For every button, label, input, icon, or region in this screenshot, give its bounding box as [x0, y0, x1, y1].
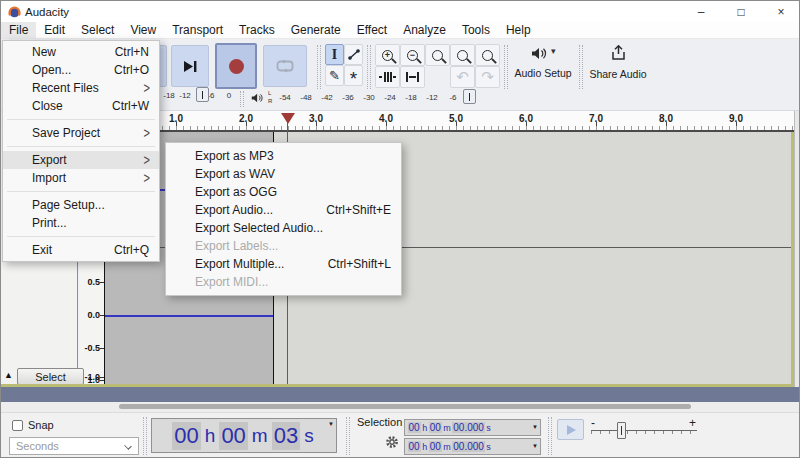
menu-item-exit[interactable]: ExitCtrl+Q [3, 241, 159, 259]
zoom-project-button[interactable] [450, 44, 475, 66]
meter-slider-thumb[interactable] [196, 87, 209, 102]
zoom-selection-icon [432, 50, 443, 61]
menu-item-export[interactable]: Export> [3, 151, 159, 169]
menu-item-export-audio[interactable]: Export Audio...Ctrl+Shift+E [166, 201, 401, 219]
chevron-down-icon [124, 442, 132, 450]
redo-icon: ↷ [481, 68, 494, 86]
menu-view[interactable]: View [122, 22, 164, 39]
menu-select[interactable]: Select [73, 22, 122, 39]
menu-tools[interactable]: Tools [454, 22, 498, 39]
menu-item-recent-files[interactable]: Recent Files> [3, 79, 159, 97]
caret-down-icon: ▾ [551, 46, 556, 56]
menu-item-export-labels: Export Labels... [166, 237, 401, 255]
menu-item-print[interactable]: Print... [3, 214, 159, 232]
menu-transport[interactable]: Transport [164, 22, 231, 39]
zoom-toggle-button[interactable] [475, 44, 500, 66]
play-at-speed-button[interactable] [557, 419, 584, 440]
draw-tool-button[interactable]: ✎ [325, 65, 344, 86]
speaker-icon [251, 92, 264, 104]
submenu-arrow-icon: > [144, 125, 150, 141]
audio-setup-button[interactable]: ▾ Audio Setup [510, 41, 576, 89]
playback-speed-slider-thumb[interactable] [617, 422, 626, 439]
submenu-arrow-icon: > [144, 80, 150, 96]
redo-button[interactable]: ↷ [475, 66, 500, 88]
toolbar-grip[interactable] [548, 417, 552, 455]
selection-tool-button[interactable]: I [325, 44, 344, 65]
loop-button[interactable] [263, 45, 307, 87]
silence-audio-button[interactable] [400, 66, 425, 88]
file-menu: NewCtrl+N Open...Ctrl+O Recent Files> Cl… [2, 40, 160, 262]
toolbar-grip[interactable] [346, 417, 350, 455]
zoom-toggle-icon [482, 50, 493, 61]
menu-item-export-selected-audio[interactable]: Export Selected Audio... [166, 219, 401, 237]
playback-meter[interactable]: L R -54 -48 -42 -36 -30 -24 -18 -12 -6 [247, 89, 483, 109]
horizontal-scrollbar-thumb[interactable] [119, 404, 691, 409]
menu-edit[interactable]: Edit [36, 22, 73, 39]
snap-mode-select[interactable]: Seconds [9, 437, 139, 455]
menu-item-export-as-ogg[interactable]: Export as OGG [166, 183, 401, 201]
menu-item-export-as-mp3[interactable]: Export as MP3 [166, 147, 401, 165]
menu-item-export-multiple[interactable]: Export Multiple...Ctrl+Shift+L [166, 255, 401, 273]
trim-audio-icon [379, 71, 396, 83]
selection-end-field[interactable]: 00h00m00.000s ▼ [404, 438, 541, 455]
channel-right-label: R [268, 98, 272, 104]
toolbar-grip[interactable] [317, 45, 321, 89]
canvas-below-tracks [1, 387, 800, 402]
envelope-tool-button[interactable] [344, 44, 363, 65]
timeline-ruler[interactable]: 1.0 2.0 3.0 4.0 5.0 6.0 7.0 8.0 9.0 [104, 111, 795, 132]
zoom-out-button[interactable]: − [400, 44, 425, 66]
pencil-icon: ✎ [329, 68, 340, 83]
skip-to-end-button[interactable] [171, 45, 209, 87]
snap-label: Snap [28, 419, 54, 431]
menu-item-export-as-wav[interactable]: Export as WAV [166, 165, 401, 183]
meter-slider-thumb[interactable] [463, 89, 476, 104]
speed-minus-label: - [591, 416, 595, 430]
maximize-button[interactable]: □ [721, 1, 761, 22]
share-audio-label: Share Audio [585, 68, 651, 80]
menu-item-page-setup[interactable]: Page Setup... [3, 196, 159, 214]
menu-item-save-project[interactable]: Save Project> [3, 124, 159, 142]
menu-analyze[interactable]: Analyze [395, 22, 454, 39]
vertical-scrollbar[interactable] [794, 111, 800, 387]
playhead-marker[interactable] [281, 113, 295, 124]
trim-audio-button[interactable] [375, 66, 400, 88]
menu-effect[interactable]: Effect [349, 22, 395, 39]
snap-checkbox[interactable] [12, 420, 23, 431]
zoom-selection-button[interactable] [425, 44, 450, 66]
time-format-caret-icon[interactable]: ▼ [532, 443, 538, 449]
zoom-in-button[interactable]: + [375, 44, 400, 66]
speaker-icon [531, 46, 548, 61]
bottom-toolbar-dock: Snap Seconds 00h00m03s ▼ Selection 00h00… [1, 412, 800, 458]
menu-item-close[interactable]: CloseCtrl+W [3, 97, 159, 115]
selection-start-field[interactable]: 00h00m00.000s ▼ [404, 419, 541, 436]
menu-item-import[interactable]: Import> [3, 169, 159, 187]
time-format-caret-icon[interactable]: ▼ [328, 421, 334, 427]
share-icon [611, 45, 626, 61]
close-button[interactable]: × [761, 1, 800, 22]
share-audio-button[interactable]: Share Audio [585, 41, 651, 89]
multi-tool-button[interactable]: * [344, 65, 363, 86]
toolbar-grip[interactable] [240, 91, 244, 107]
toolbar-grip[interactable] [367, 45, 371, 89]
toolbar-grip[interactable] [143, 417, 147, 455]
menu-file[interactable]: File [1, 22, 36, 39]
audio-position-display[interactable]: 00h00m03s ▼ [151, 418, 337, 453]
toolbar-grip[interactable] [579, 45, 583, 89]
menu-item-open[interactable]: Open...Ctrl+O [3, 61, 159, 79]
record-button[interactable] [215, 43, 257, 89]
menu-tracks[interactable]: Tracks [231, 22, 283, 39]
minimize-button[interactable]: – [681, 1, 721, 22]
zero-line-right-channel [104, 315, 273, 317]
menu-help[interactable]: Help [498, 22, 539, 39]
record-meter[interactable]: -18 -12 -6 0 [159, 91, 235, 109]
time-format-caret-icon[interactable]: ▼ [532, 424, 538, 430]
toolbar-grip[interactable] [504, 45, 508, 89]
menu-item-new[interactable]: NewCtrl+N [3, 43, 159, 61]
select-button[interactable]: Select [17, 368, 84, 385]
undo-button[interactable]: ↶ [450, 66, 475, 88]
selection-label: Selection [357, 416, 402, 428]
selection-settings-gear-icon[interactable] [385, 435, 399, 449]
collapse-track-icon[interactable]: ▲ [4, 370, 13, 380]
menu-generate[interactable]: Generate [283, 22, 349, 39]
window-title: Audacity [25, 6, 69, 18]
